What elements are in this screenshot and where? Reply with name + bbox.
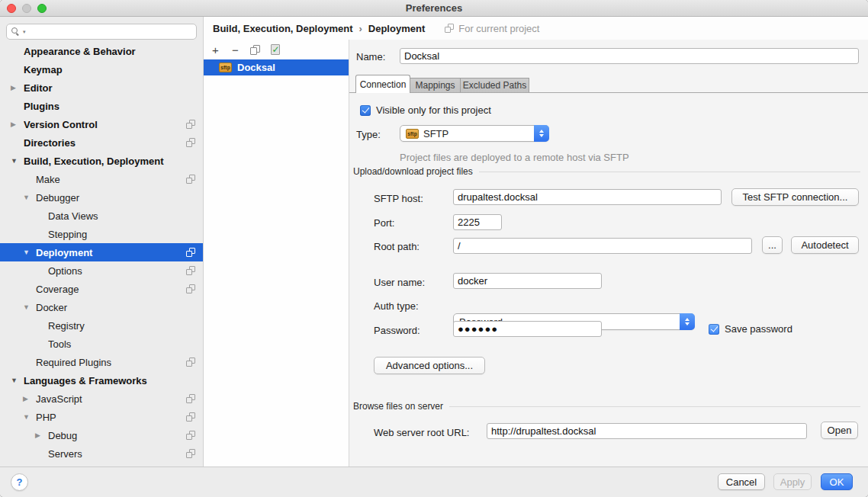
sidebar-item-data-views[interactable]: Data Views [0,207,203,225]
chevron-down-icon[interactable] [23,303,36,311]
dropdown-stepper-icon[interactable] [534,125,549,142]
scope-indicator: For current project [445,23,539,34]
checkbox-checked-icon[interactable] [360,105,371,116]
visible-only-checkbox[interactable]: Visible only for this project [360,104,491,116]
section-divider [449,406,860,407]
chevron-right-icon[interactable] [11,84,24,91]
password-label: Password: [374,325,420,336]
sidebar-item-directories[interactable]: Directories [0,133,203,152]
chevron-right-icon[interactable] [11,120,24,128]
open-url-button[interactable]: Open [821,422,858,439]
current-project-icon [186,431,195,440]
current-project-icon [186,358,195,367]
titlebar: Preferences [0,0,868,17]
sidebar-item-debugger[interactable]: Debugger [0,188,203,207]
autodetect-button[interactable]: Autodetect [791,236,859,254]
server-list-panel: + − sftp Docksal [204,40,349,467]
sidebar-item-editor[interactable]: Editor [0,79,203,97]
chevron-right-icon[interactable] [35,431,48,439]
chevron-down-icon[interactable] [23,194,36,201]
sidebar-item-keymap[interactable]: Keymap [0,60,203,79]
current-project-icon [186,394,195,403]
web-root-label: Web server root URL: [374,427,469,438]
sidebar-item-plugins[interactable]: Plugins [0,97,203,115]
sidebar-item-docker[interactable]: Docker [0,298,203,316]
sidebar-item-required-plugins[interactable]: Required Plugins [0,353,203,371]
sftp-host-input[interactable] [453,189,722,205]
copy-server-button[interactable] [249,43,262,56]
sidebar-item-appearance-behavior[interactable]: Appearance & Behavior [0,42,203,60]
sftp-icon: sftp [406,129,419,139]
apply-button: Apply [773,473,812,490]
sidebar-item-build-execution-deployment[interactable]: Build, Execution, Deployment [0,152,203,170]
chevron-down-icon[interactable] [23,413,36,421]
breadcrumb-category[interactable]: Build, Execution, Deployment [213,23,352,34]
type-hint: Project files are deployed to a remote h… [400,152,629,163]
sidebar-item-languages-frameworks[interactable]: Languages & Frameworks [0,371,203,390]
sidebar-item-php[interactable]: PHP [0,408,203,426]
sidebar-item-deployment[interactable]: Deployment [0,243,203,261]
breadcrumb-separator-icon: › [358,23,362,34]
server-list-item-docksal[interactable]: sftp Docksal [204,59,349,75]
sidebar-item-registry[interactable]: Registry [0,316,203,335]
user-name-input[interactable] [453,273,602,289]
tab-mappings[interactable]: Mappings [410,78,461,93]
search-options-caret-icon[interactable]: ▾ [23,29,26,35]
add-server-button[interactable]: + [209,43,222,56]
sidebar-item-make[interactable]: Make [0,170,203,188]
root-path-input[interactable] [453,238,752,254]
name-label: Name: [356,51,385,63]
name-input[interactable] [400,48,859,64]
use-as-default-button[interactable] [268,43,281,56]
checkbox-checked-icon[interactable] [709,324,719,335]
window-title: Preferences [0,2,868,14]
sidebar-item-coverage[interactable]: Coverage [0,280,203,298]
tab-excluded-paths[interactable]: Excluded Paths [461,78,529,93]
sidebar-item-stepping[interactable]: Stepping [0,225,203,243]
sidebar-item-version-control[interactable]: Version Control [0,115,203,133]
browse-section-header: Browse files on server [353,401,860,412]
check-page-icon [270,44,281,55]
server-name: Docksal [237,62,275,73]
footer-bar: ? Cancel Apply OK [0,467,868,497]
save-password-checkbox[interactable]: Save password [709,323,792,335]
cancel-button[interactable]: Cancel [718,473,765,490]
browse-root-path-button[interactable]: ... [762,236,783,254]
chevron-right-icon[interactable] [23,395,36,402]
auth-type-label: Auth type: [374,300,419,312]
settings-sidebar: ▾ Appearance & Behavior Keymap Editor Pl… [0,17,204,467]
scope-label: For current project [458,23,539,34]
type-select[interactable]: sftp SFTP [400,125,549,142]
current-project-icon [186,266,195,275]
save-password-label: Save password [725,323,792,335]
chevron-down-icon[interactable] [23,248,36,256]
section-divider [479,172,860,172]
sidebar-item-tools[interactable]: Tools [0,335,203,353]
chevron-down-icon[interactable] [11,377,24,384]
web-root-input[interactable] [487,423,807,439]
help-button[interactable]: ? [11,473,28,491]
remove-server-button[interactable]: − [229,43,242,56]
ok-button[interactable]: OK [821,473,853,490]
user-name-label: User name: [374,277,425,288]
sidebar-item-debug[interactable]: Debug [0,426,203,444]
chevron-down-icon[interactable] [11,157,24,165]
settings-search-input[interactable]: ▾ [6,24,197,40]
current-project-icon [186,449,195,458]
search-icon [11,27,20,36]
password-input[interactable] [453,321,602,337]
test-sftp-connection-button[interactable]: Test SFTP connection... [731,188,859,206]
tab-connection[interactable]: Connection [355,75,410,93]
advanced-options-button[interactable]: Advanced options... [374,357,485,374]
dropdown-stepper-icon[interactable] [680,313,695,330]
sidebar-item-options[interactable]: Options [0,261,203,280]
breadcrumb-page: Deployment [368,23,425,34]
sftp-icon: sftp [219,63,232,72]
sidebar-item-servers[interactable]: Servers [0,444,203,463]
current-project-icon [186,284,195,293]
current-project-icon [186,412,195,422]
main-panel: Build, Execution, Deployment › Deploymen… [204,17,868,467]
visible-only-label: Visible only for this project [376,104,491,116]
sidebar-item-javascript[interactable]: JavaScript [0,390,203,408]
port-input[interactable] [453,214,502,230]
